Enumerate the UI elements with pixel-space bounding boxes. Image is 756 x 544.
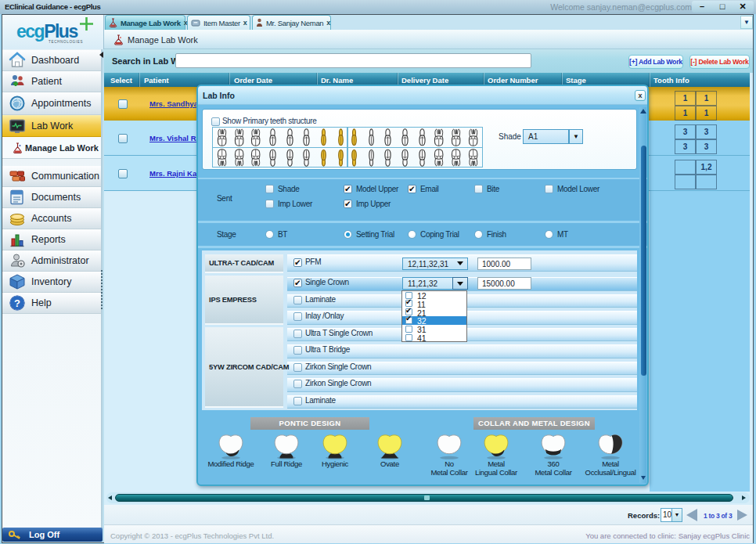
svg-text:?: ?: [14, 297, 20, 309]
